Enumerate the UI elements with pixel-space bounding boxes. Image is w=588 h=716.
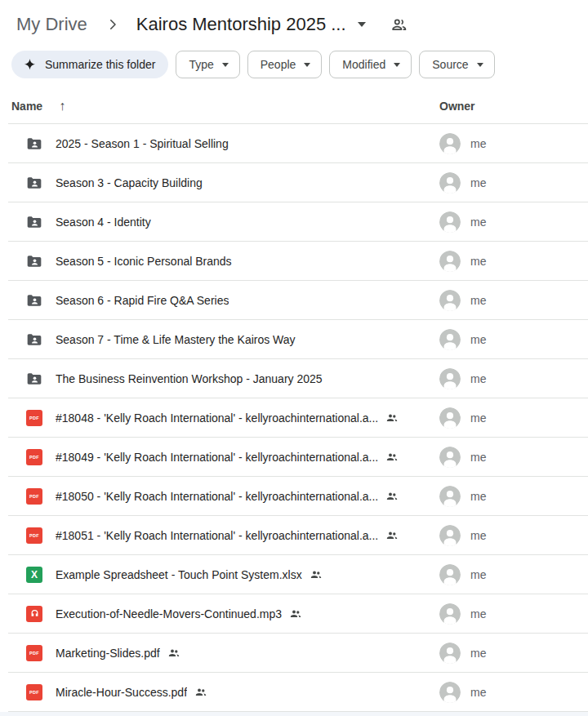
file-row[interactable]: The Business Reinvention Workshop - Janu… (8, 359, 588, 398)
breadcrumb: My Drive Kairos Mentorship 2025 ... (0, 0, 588, 46)
owner-avatar (439, 407, 461, 429)
file-name-cell: PDF #18050 - 'Kelly Roach International'… (8, 488, 439, 505)
owner-avatar (439, 329, 461, 350)
file-name: 2025 - Season 1 - Spiritual Selling (56, 137, 229, 150)
owner-cell: me (439, 290, 588, 311)
file-name: The Business Reinvention Workshop - Janu… (56, 372, 323, 385)
file-list: Name ↑ Owner 2025 - Season 1 - Spiritual… (8, 88, 588, 712)
owner-avatar (439, 211, 461, 233)
breadcrumb-current-folder[interactable]: Kairos Mentorship 2025 ... (131, 11, 371, 38)
owner-name: me (470, 607, 486, 620)
file-row[interactable]: Season 7 - Time & Life Mastery the Kairo… (8, 320, 588, 359)
owner-avatar (439, 290, 461, 311)
file-row[interactable]: 2025 - Season 1 - Spiritual Selling me (8, 124, 588, 163)
chevron-down-icon (394, 63, 400, 67)
file-row[interactable]: Season 6 - Rapid Fire Q&A Series me (8, 281, 588, 320)
file-row[interactable]: Season 4 - Identity me (8, 202, 588, 242)
pdf-icon-wrap: PDF (26, 645, 42, 661)
filter-chip-label: Modified (342, 58, 385, 71)
file-row[interactable]: Season 5 - Iconic Personal Brands me (8, 242, 588, 281)
owner-avatar (439, 682, 461, 703)
owner-cell: me (439, 447, 588, 468)
breadcrumb-my-drive[interactable]: My Drive (11, 11, 92, 38)
filter-chip-type[interactable]: Type (176, 51, 239, 78)
file-row[interactable]: Execution-of-Needle-Movers-Continued.mp3… (8, 594, 588, 634)
owner-avatar (439, 368, 461, 389)
file-row[interactable]: X Example Spreadsheet - Touch Point Syst… (8, 555, 588, 594)
pdf-icon-wrap: PDF (26, 449, 42, 465)
file-row[interactable]: Season 3 - Capacity Building me (8, 163, 588, 202)
pdf-icon: PDF (26, 684, 42, 700)
owner-avatar (439, 133, 461, 154)
pdf-icon-wrap: PDF (26, 527, 42, 544)
file-name-cell: PDF Marketing-Slides.pdf (8, 645, 439, 661)
shared-people-icon (167, 647, 180, 660)
owner-avatar (439, 447, 461, 468)
owner-name: me (470, 294, 486, 307)
file-row[interactable]: PDF Marketing-Slides.pdf me (8, 634, 588, 673)
file-name-cell: Season 4 - Identity (8, 214, 439, 230)
owner-cell: me (439, 211, 588, 233)
filter-chip-people[interactable]: People (247, 51, 323, 78)
filter-chip-source[interactable]: Source (419, 51, 494, 78)
owner-cell: me (439, 486, 588, 507)
pdf-icon: PDF (26, 488, 42, 505)
gemini-sparkle-icon (22, 57, 38, 73)
owner-cell: me (439, 525, 588, 546)
owner-avatar (439, 603, 461, 625)
pdf-icon: PDF (26, 449, 42, 465)
chevron-down-icon (222, 63, 229, 67)
summarize-folder-button[interactable]: Summarize this folder (11, 51, 168, 78)
file-name-cell: Execution-of-Needle-Movers-Continued.mp3 (8, 606, 439, 622)
shared-folder-icon (26, 371, 42, 387)
owner-name: me (470, 255, 486, 268)
owner-avatar (439, 172, 461, 193)
shared-folder-icon (26, 292, 42, 309)
file-row[interactable]: PDF #18049 - 'Kelly Roach International'… (8, 438, 588, 477)
filter-bar: Summarize this folder Type People Modifi… (0, 46, 588, 88)
owner-name: me (470, 529, 486, 542)
owner-name: me (470, 686, 486, 699)
file-list-header: Name ↑ Owner (8, 88, 588, 124)
file-row[interactable]: PDF #18048 - 'Kelly Roach International'… (8, 398, 588, 438)
owner-column-header[interactable]: Owner (439, 100, 588, 113)
owner-name: me (470, 411, 486, 425)
owner-cell: me (439, 133, 588, 154)
owner-avatar (439, 643, 461, 664)
file-name: Season 7 - Time & Life Mastery the Kairo… (56, 333, 296, 346)
file-name-cell: PDF #18048 - 'Kelly Roach International'… (8, 410, 439, 426)
shared-folder-icon (26, 331, 42, 348)
folder-shared-icon-wrap (26, 136, 42, 152)
file-name: Season 6 - Rapid Fire Q&A Series (56, 294, 229, 307)
owner-avatar (439, 525, 461, 546)
file-name: Execution-of-Needle-Movers-Continued.mp3 (56, 607, 282, 620)
folder-shared-icon-wrap (26, 292, 42, 309)
folder-shared-icon-wrap (26, 214, 42, 230)
page-title: Kairos Mentorship 2025 ... (136, 14, 346, 35)
owner-avatar (439, 564, 461, 585)
shared-folder-icon (26, 175, 42, 191)
file-name: #18051 - 'Kelly Roach International' - k… (56, 529, 378, 542)
file-name-cell: X Example Spreadsheet - Touch Point Syst… (8, 567, 439, 583)
shared-folder-members-button[interactable] (389, 15, 409, 35)
pdf-icon: PDF (26, 410, 42, 426)
filter-chip-modified[interactable]: Modified (329, 51, 412, 78)
owner-name: me (470, 490, 486, 503)
file-name: #18050 - 'Kelly Roach International' - k… (56, 490, 378, 503)
file-row[interactable]: PDF Miracle-Hour-Success.pdf me (8, 673, 588, 712)
sort-by-name-header[interactable]: Name ↑ (8, 99, 439, 113)
people-icon (390, 16, 408, 33)
shared-people-icon (385, 529, 399, 542)
filter-chip-label: People (261, 58, 296, 71)
xlsx-icon-wrap: X (26, 567, 42, 583)
file-row[interactable]: PDF #18051 - 'Kelly Roach International'… (8, 516, 588, 555)
file-name-cell: The Business Reinvention Workshop - Janu… (8, 371, 439, 387)
file-row[interactable]: PDF #18050 - 'Kelly Roach International'… (8, 477, 588, 516)
shared-people-icon (310, 568, 323, 581)
owner-cell: me (439, 251, 588, 272)
spreadsheet-icon: X (26, 567, 42, 583)
owner-name: me (470, 333, 486, 346)
sort-ascending-icon: ↑ (59, 99, 65, 113)
owner-cell: me (439, 643, 588, 664)
file-name-cell: Season 5 - Iconic Personal Brands (8, 253, 439, 269)
